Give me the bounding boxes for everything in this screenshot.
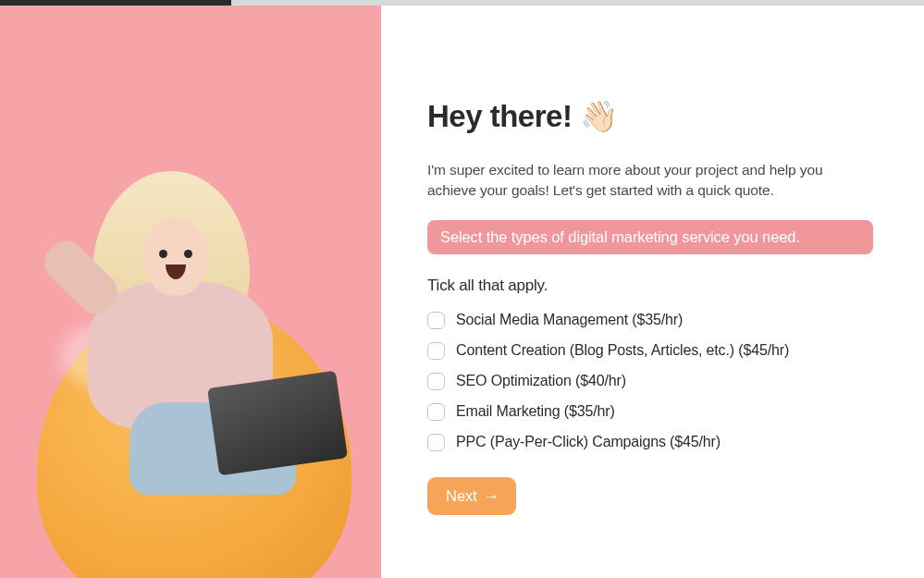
- checkbox[interactable]: [427, 373, 445, 390]
- face-shape: [143, 217, 208, 296]
- option-label: PPC (Pay-Per-Click) Campaigns ($45/hr): [456, 434, 721, 450]
- option-social-media[interactable]: Social Media Management ($35/hr): [427, 312, 873, 329]
- page-title: Hey there! 👋🏻: [427, 98, 873, 134]
- person-illustration: [0, 6, 381, 578]
- person-shape: [74, 180, 296, 439]
- option-content-creation[interactable]: Content Creation (Blog Posts, Articles, …: [427, 342, 873, 360]
- eye-right: [184, 250, 192, 258]
- options-list: Social Media Management ($35/hr) Content…: [427, 312, 873, 451]
- next-button[interactable]: Next →: [427, 477, 516, 515]
- option-label: Social Media Management ($35/hr): [456, 312, 683, 328]
- option-label: SEO Optimization ($40/hr): [456, 373, 626, 389]
- question-prompt: Select the types of digital marketing se…: [427, 220, 873, 254]
- option-email-marketing[interactable]: Email Marketing ($35/hr): [427, 403, 873, 421]
- checkbox[interactable]: [427, 342, 445, 360]
- intro-text: I'm super excited to learn more about yo…: [427, 160, 873, 202]
- checkbox[interactable]: [427, 434, 445, 451]
- option-seo[interactable]: SEO Optimization ($40/hr): [427, 373, 873, 390]
- instruction-text: Tick all that apply.: [427, 277, 873, 295]
- next-button-label: Next: [446, 487, 477, 505]
- form-panel: Hey there! 👋🏻 I'm super excited to learn…: [381, 6, 924, 578]
- mouth-shape: [166, 264, 186, 279]
- option-label: Content Creation (Blog Posts, Articles, …: [456, 342, 789, 359]
- option-ppc[interactable]: PPC (Pay-Per-Click) Campaigns ($45/hr): [427, 434, 873, 451]
- main-layout: Hey there! 👋🏻 I'm super excited to learn…: [0, 6, 924, 578]
- hero-image-panel: [0, 6, 381, 578]
- eye-left: [159, 250, 167, 258]
- checkbox[interactable]: [427, 312, 445, 329]
- option-label: Email Marketing ($35/hr): [456, 403, 615, 420]
- checkbox[interactable]: [427, 403, 445, 421]
- laptop-shape: [207, 371, 348, 476]
- arrow-right-icon: →: [484, 488, 499, 504]
